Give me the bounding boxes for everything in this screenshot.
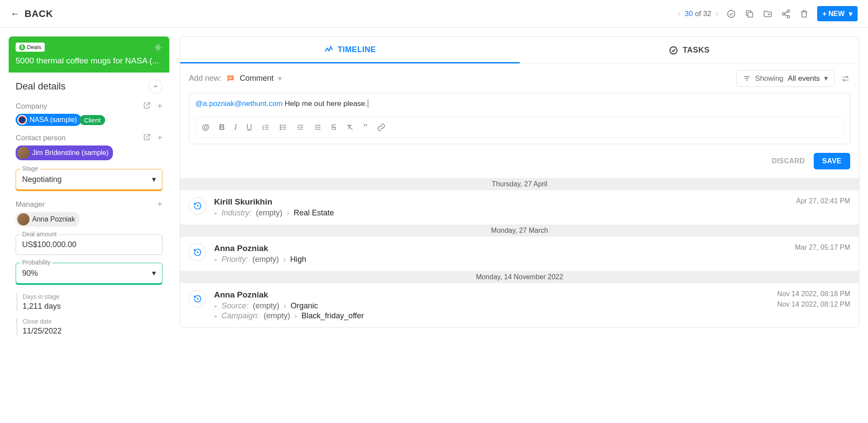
new-button[interactable]: + NEW ▾ <box>817 6 858 21</box>
timeline-icon <box>324 45 333 54</box>
change-old: (empty) <box>264 311 290 321</box>
arrow-right-icon: › <box>287 208 289 218</box>
deal-details-heading: Deal details <box>16 81 66 92</box>
unordered-list-tool[interactable] <box>279 123 287 131</box>
add-icon[interactable]: + <box>157 101 162 111</box>
change-row: ● Source: (empty) › Organic <box>214 301 364 311</box>
contact-chip[interactable]: Jim Bridenstine (sample) <box>16 145 113 160</box>
stage-select[interactable]: Stage Negotiating ▾ <box>16 169 162 190</box>
tab-timeline[interactable]: TIMELINE <box>180 37 520 63</box>
entry-author: Anna Pozniak <box>214 290 364 300</box>
svg-point-12 <box>280 127 281 128</box>
svg-rect-8 <box>228 78 231 79</box>
underline-tool[interactable]: U <box>247 123 252 132</box>
chevron-down-icon: ▾ <box>824 74 828 83</box>
next-page-icon[interactable]: › <box>716 10 718 18</box>
indent-tool[interactable] <box>314 123 322 131</box>
comment-body: Help me out here please. <box>283 99 367 108</box>
tab-tasks[interactable]: TASKS <box>520 37 859 63</box>
change-row: ● Campaign: (empty) › Black_friday_offer <box>214 311 364 321</box>
quote-tool[interactable]: ” <box>363 122 368 133</box>
history-icon <box>189 244 206 261</box>
gear-icon[interactable] <box>154 43 162 52</box>
tabs: TIMELINE TASKS <box>180 37 859 64</box>
avatar-icon <box>17 147 30 159</box>
comment-type-label[interactable]: Comment <box>240 74 274 83</box>
probability-label: Probability <box>20 259 52 266</box>
copy-icon[interactable] <box>744 9 755 19</box>
deal-title: 5000 thermal coffee mugs for NASA (... <box>16 56 162 66</box>
link-tool[interactable] <box>377 123 386 132</box>
outdent-tool[interactable] <box>297 123 304 131</box>
chevron-down-icon: ▾ <box>152 268 156 278</box>
events-filter[interactable]: Showing All events ▾ <box>736 70 835 87</box>
topbar-actions: ‹ 30 of 32 › + NEW ▾ <box>678 6 858 21</box>
check-circle-icon[interactable] <box>726 9 736 19</box>
discard-button[interactable]: DISCARD <box>772 157 805 165</box>
back-button[interactable]: ← BACK <box>10 8 53 20</box>
arrow-right-icon: › <box>284 301 286 311</box>
open-link-icon[interactable] <box>142 101 151 111</box>
topbar: ← BACK ‹ 30 of 32 › + NEW ▾ <box>0 0 868 28</box>
timeline-entry: Kirill Skurikhin ● Industry: (empty) › R… <box>180 190 859 225</box>
company-chip[interactable]: NASA (sample) <box>16 114 81 126</box>
deal-amount-input[interactable]: Deal amount US$100,000.00 <box>16 235 162 255</box>
entry-author: Anna Pozniak <box>214 244 306 253</box>
entry-time: Nov 14 2022, 08:12 PM <box>777 301 850 308</box>
svg-point-3 <box>782 13 785 15</box>
ordered-list-tool[interactable] <box>262 123 270 131</box>
italic-tool[interactable]: I <box>234 123 237 132</box>
change-new: Black_friday_offer <box>301 311 364 321</box>
days-in-stage-label: Days in stage <box>23 293 162 300</box>
change-row: ● Priority: (empty) › High <box>214 255 306 264</box>
clear-format-tool[interactable] <box>346 123 354 131</box>
comment-text[interactable]: @a.pozniak@nethunt.com Help me out here … <box>195 99 844 108</box>
probability-select[interactable]: Probability 90% ▾ <box>16 263 162 284</box>
comment-box[interactable]: @a.pozniak@nethunt.com Help me out here … <box>189 93 850 144</box>
arrow-left-icon: ← <box>10 8 20 20</box>
stage-value: Negotiating <box>22 175 62 184</box>
change-old: (empty) <box>256 208 282 218</box>
svg-point-5 <box>157 46 159 48</box>
company-label: Company <box>16 102 47 111</box>
svg-rect-1 <box>748 12 752 17</box>
cursor-icon <box>368 99 368 108</box>
change-new: Organic <box>290 301 318 311</box>
mention-tool[interactable]: @ <box>202 123 210 132</box>
chevron-down-icon: ▾ <box>152 175 156 184</box>
probability-value: 90% <box>22 269 38 278</box>
add-icon[interactable]: + <box>157 133 162 143</box>
bold-tool[interactable]: B <box>219 123 225 132</box>
open-link-icon[interactable] <box>142 133 151 143</box>
bullet-icon: ● <box>214 313 217 319</box>
page-of: of 32 <box>695 10 711 18</box>
comment-actions: DISCARD SAVE <box>180 150 859 178</box>
sliders-icon[interactable] <box>841 74 850 83</box>
add-new-label: Add new: <box>189 74 221 83</box>
svg-rect-7 <box>228 77 232 77</box>
add-icon[interactable]: + <box>157 199 162 209</box>
history-icon <box>189 290 206 307</box>
collapse-button[interactable] <box>149 79 162 93</box>
manager-chip[interactable]: Anna Pozniak <box>16 212 79 227</box>
timeline-entry: Anna Pozniak ● Source: (empty) › Organic… <box>180 283 859 327</box>
deal-amount-label: Deal amount <box>20 231 58 238</box>
trash-icon[interactable] <box>799 9 809 19</box>
add-row: Add new: Comment ▾ Showing All events ▾ <box>180 64 859 93</box>
comment-mention: @a.pozniak@nethunt.com <box>195 99 283 108</box>
deals-pill[interactable]: $ Deals <box>16 43 45 52</box>
manager-name: Anna Pozniak <box>32 215 75 223</box>
save-button[interactable]: SAVE <box>814 153 850 169</box>
chevron-down-icon[interactable]: ▾ <box>278 74 282 83</box>
contact-name: Jim Bridenstine (sample) <box>32 149 109 157</box>
change-old: (empty) <box>253 301 279 311</box>
share-icon[interactable] <box>781 9 791 19</box>
prev-page-icon[interactable]: ‹ <box>678 10 680 18</box>
dollar-icon: $ <box>19 44 25 50</box>
folder-move-icon[interactable] <box>762 9 773 19</box>
showing-label: Showing <box>755 74 783 83</box>
change-new: High <box>290 255 306 264</box>
close-date-value: 11/25/2022 <box>23 327 162 336</box>
manager-label: Manager <box>16 200 45 209</box>
strikethrough-tool[interactable]: S <box>331 123 337 132</box>
